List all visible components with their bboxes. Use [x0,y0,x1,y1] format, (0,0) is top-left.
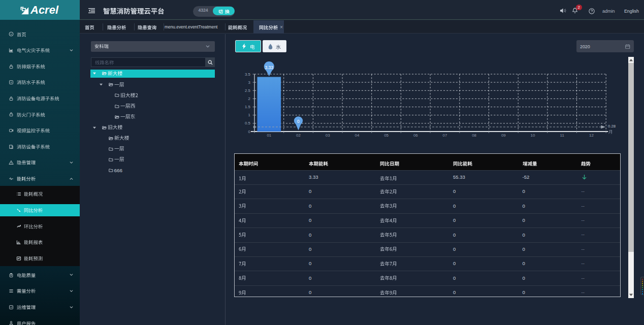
svg-text:0: 0 [297,119,300,124]
svg-text:3.33: 3.33 [265,65,273,70]
